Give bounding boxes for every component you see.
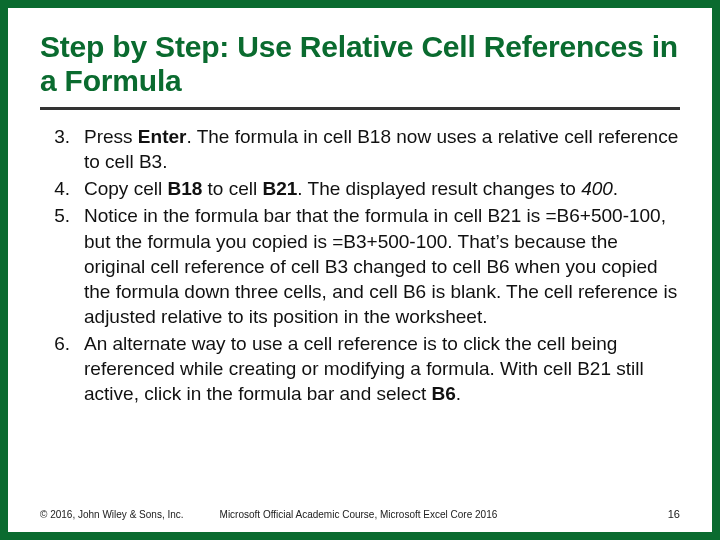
slide: Step by Step: Use Relative Cell Referenc… [8, 8, 712, 532]
title-rule [40, 107, 680, 110]
slide-footer: © 2016, John Wiley & Sons, Inc. Microsof… [40, 502, 680, 520]
step-item: 6. An alternate way to use a cell refere… [40, 331, 680, 406]
step-number: 5. [40, 203, 84, 328]
slide-title: Step by Step: Use Relative Cell Referenc… [40, 30, 680, 107]
step-text: Notice in the formula bar that the formu… [84, 203, 680, 328]
footer-page-number: 16 [668, 508, 680, 520]
step-list: 3. Press Enter. The formula in cell B18 … [40, 124, 680, 406]
step-item: 5. Notice in the formula bar that the fo… [40, 203, 680, 328]
step-item: 3. Press Enter. The formula in cell B18 … [40, 124, 680, 174]
step-text: An alternate way to use a cell reference… [84, 331, 680, 406]
step-text: Copy cell B18 to cell B21. The displayed… [84, 176, 680, 201]
step-text: Press Enter. The formula in cell B18 now… [84, 124, 680, 174]
step-number: 3. [40, 124, 84, 174]
footer-course: Microsoft Official Academic Course, Micr… [220, 509, 668, 520]
slide-body: 3. Press Enter. The formula in cell B18 … [40, 124, 680, 502]
step-number: 4. [40, 176, 84, 201]
step-item: 4. Copy cell B18 to cell B21. The displa… [40, 176, 680, 201]
footer-copyright: © 2016, John Wiley & Sons, Inc. [40, 509, 184, 520]
step-number: 6. [40, 331, 84, 406]
